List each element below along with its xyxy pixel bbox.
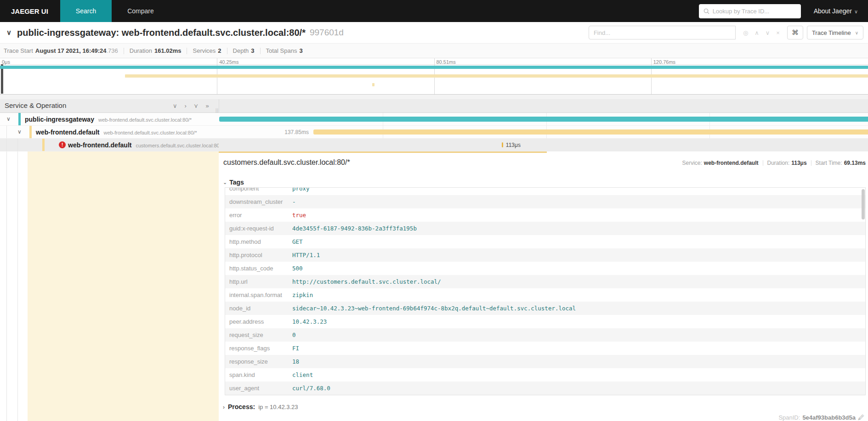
tag-value: proxy [292,187,310,192]
span-table-header: Service & Operation ∨›⋎» 0μs40.25ms80.51… [0,99,868,113]
scroll-to-match-icon[interactable]: ◎ [743,29,748,36]
tag-key: downstream_cluster [225,198,292,205]
next-match-icon[interactable]: ∨ [766,29,770,36]
about-jaeger-menu[interactable]: About Jaeger∨ [814,7,858,15]
summary-item: Total Spans3 [266,47,303,54]
span-rows: ∨public-ingressgatewayweb-frontend.defau… [0,113,868,152]
tag-key: response_size [225,358,292,365]
expand-one-icon[interactable]: › [185,102,187,109]
process-summary: ip = 10.42.3.23 [258,404,298,410]
span-duration-bar[interactable] [502,142,503,147]
span-row[interactable]: ∨web-frontend.defaultweb-frontend.defaul… [0,126,868,139]
tag-key: response_flags [225,345,292,352]
find-input[interactable] [594,29,731,36]
prev-match-icon[interactable]: ∧ [755,29,759,36]
tag-value: 0 [292,331,296,338]
trace-view-select[interactable]: Trace Timeline ∨ [807,26,863,39]
summary-separator [260,48,261,54]
find-input-box[interactable] [589,26,736,39]
span-operation-title: customers.default.svc.cluster.local:80/* [223,158,350,167]
span-row-timeline[interactable] [219,113,868,125]
tag-row: http.status_code500 [225,262,865,275]
minimap-tick-label: 120.76ms [653,59,675,65]
tag-value: 10.42.3.23 [292,318,327,325]
span-name-column[interactable]: !web-frontend.defaultcustomers.default.s… [0,139,219,151]
indent-guide [6,152,7,421]
span-color-bar [18,113,21,125]
nav-tab-search[interactable]: Search [60,0,112,22]
minimap-span-bar [0,66,868,69]
trace-id-lookup-input[interactable] [713,8,796,15]
grid-line [709,139,710,151]
collapse-one-icon[interactable]: ∨ [173,102,177,109]
chevron-down-icon[interactable]: ∨ [6,116,11,122]
nav-tab-compare[interactable]: Compare [112,0,170,22]
clear-search-icon[interactable]: × [776,29,780,36]
tag-row: errortrue [225,208,865,222]
operation-name: customers.default.svc.cluster.local:80/* [136,143,219,148]
service-name: public-ingressgatewayweb-frontend.defaul… [25,116,192,123]
span-color-bar [42,139,45,151]
column-grip-icon[interactable]: || [216,108,219,113]
tag-key: node_id [225,305,292,312]
summary-separator [187,48,187,54]
span-duration-bar[interactable] [313,129,868,135]
span-duration-label: 137.85ms [284,129,309,135]
span-row-timeline[interactable]: 137.85ms [219,126,868,138]
tags-accordion-header[interactable]: ⌄ Tags [223,179,244,186]
minimap-tick-label: 40.25ms [219,59,238,65]
tags-table-viewport[interactable]: componentproxydownstream_cluster-errortr… [225,187,866,395]
tag-value: curl/7.68.0 [292,385,330,392]
span-detail-meta: Service:web-frontend.defaultDuration:113… [682,160,866,166]
chevron-down-icon[interactable]: ∨ [17,129,22,135]
jaeger-logo[interactable]: JAEGER UI [0,0,60,22]
tag-row: node_idsidecar~10.42.3.23~web-frontend-6… [225,302,865,315]
minimap-span-bar [372,83,374,86]
collapse-trace-icon[interactable]: ∨ [6,28,11,37]
process-accordion-header[interactable]: › Process: ip = 10.42.3.23 [223,403,298,410]
find-nav-icons: ◎∧∨× [739,29,783,36]
timeline-minimap[interactable]: 0μs40.25ms80.51ms120.76ms161.02ms [0,58,868,95]
trace-id-lookup[interactable] [699,4,801,18]
nav-tabs: SearchCompare [60,0,170,22]
span-detail-left-column[interactable] [28,152,219,421]
span-name-column[interactable]: ∨web-frontend.defaultweb-frontend.defaul… [0,126,219,138]
summary-separator [124,48,124,54]
expand-all-icon[interactable]: » [205,102,209,109]
tag-value: 18 [292,358,299,365]
span-row[interactable]: ∨public-ingressgatewayweb-frontend.defau… [0,113,868,126]
span-name-column[interactable]: ∨public-ingressgatewayweb-frontend.defau… [0,113,219,125]
tag-row: http.methodGET [225,235,865,248]
tag-key: request_size [225,331,292,338]
indent-guide [17,152,18,421]
link-icon[interactable]: 🖉 [858,414,864,421]
meta-separator [763,160,763,166]
tag-key: component [225,187,292,192]
error-icon: ! [59,141,66,148]
keyboard-shortcuts-button[interactable]: ⌘ [787,26,803,39]
service-operation-header: Service & Operation [5,101,66,109]
trace-summary: Trace StartAugust 17 2021, 16:49:24.736D… [0,43,868,58]
span-row-timeline[interactable]: 113μs [219,139,868,151]
tag-value: client [292,371,313,378]
span-row[interactable]: !web-frontend.defaultcustomers.default.s… [0,139,868,152]
service-name: web-frontend.defaultcustomers.default.sv… [68,141,219,149]
chevron-down-icon: ⌄ [223,180,227,185]
operation-name: web-frontend.default.svc.cluster.local:8… [98,117,192,123]
tag-value: GET [292,238,303,245]
detail-meta-item: Duration: [767,160,790,166]
tag-value: http://customers.default.svc.cluster.loc… [292,278,441,285]
collapse-all-icon[interactable]: ⋎ [194,102,199,109]
span-duration-bar[interactable] [219,117,868,122]
span-color-bar [29,126,32,138]
tags-scrollbar-thumb[interactable] [862,189,865,219]
tag-row: user_agentcurl/7.68.0 [225,382,865,395]
summary-item: Duration161.02ms [130,47,182,54]
indent-guide [17,139,18,151]
tag-key: http.status_code [225,265,292,272]
indent-guide [6,139,7,151]
operation-name: web-frontend.default.svc.cluster.local:8… [103,130,197,135]
tag-value: zipkin [292,292,313,298]
span-detail-panel: customers.default.svc.cluster.local:80/*… [219,153,868,421]
minimap-tick-label: 0μs [2,59,10,65]
